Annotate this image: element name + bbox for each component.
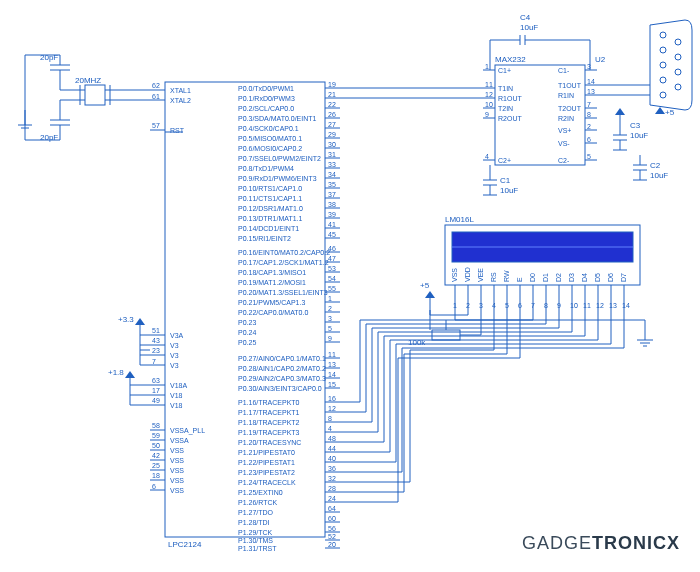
svg-text:38: 38 [328, 201, 336, 208]
svg-text:P1.24/TRACECLK: P1.24/TRACECLK [238, 479, 296, 486]
svg-text:45: 45 [328, 231, 336, 238]
svg-text:P0.16/EINT0/MAT0.2/CAP0.2: P0.16/EINT0/MAT0.2/CAP0.2 [238, 249, 330, 256]
svg-text:P1.31/TRST: P1.31/TRST [238, 545, 277, 552]
svg-text:13: 13 [328, 361, 336, 368]
svg-text:V18: V18 [170, 402, 183, 409]
svg-text:22: 22 [328, 101, 336, 108]
svg-text:100k: 100k [408, 338, 426, 347]
svg-text:C2-: C2- [558, 157, 570, 164]
svg-text:17: 17 [152, 387, 160, 394]
svg-text:P1.18/TRACEPKT2: P1.18/TRACEPKT2 [238, 419, 300, 426]
svg-text:63: 63 [152, 377, 160, 384]
svg-text:43: 43 [152, 337, 160, 344]
svg-text:30: 30 [328, 141, 336, 148]
svg-text:57: 57 [152, 122, 160, 129]
svg-text:P0.18/CAP1.3/MISO1: P0.18/CAP1.3/MISO1 [238, 269, 306, 276]
svg-text:10uF: 10uF [500, 186, 518, 195]
svg-text:P1.30/TMS: P1.30/TMS [238, 537, 273, 544]
svg-text:14: 14 [622, 302, 630, 309]
svg-text:41: 41 [328, 221, 336, 228]
svg-text:P0.28/AIN1/CAP0.2/MAT0.2: P0.28/AIN1/CAP0.2/MAT0.2 [238, 365, 326, 372]
svg-text:5: 5 [587, 153, 591, 160]
svg-text:27: 27 [328, 121, 336, 128]
svg-text:RS: RS [490, 272, 497, 282]
svg-text:C4: C4 [520, 13, 531, 22]
svg-text:36: 36 [328, 465, 336, 472]
svg-text:P0.0/TxD0/PWM1: P0.0/TxD0/PWM1 [238, 85, 294, 92]
svg-text:20: 20 [328, 541, 336, 548]
svg-text:VSS: VSS [170, 457, 184, 464]
svg-marker-223 [125, 371, 135, 378]
max232-ref: U2 [595, 55, 606, 64]
svg-text:VS+: VS+ [558, 127, 571, 134]
svg-text:48: 48 [328, 435, 336, 442]
svg-text:R1OUT: R1OUT [498, 95, 522, 102]
svg-text:VSS: VSS [170, 467, 184, 474]
svg-text:P1.16/TRACEPKT0: P1.16/TRACEPKT0 [238, 399, 300, 406]
svg-text:10: 10 [570, 302, 578, 309]
svg-text:52: 52 [328, 533, 336, 540]
svg-text:10: 10 [485, 101, 493, 108]
svg-text:34: 34 [328, 171, 336, 178]
svg-text:11: 11 [583, 302, 591, 309]
svg-text:60: 60 [328, 515, 336, 522]
svg-text:P1.21/PIPESTAT0: P1.21/PIPESTAT0 [238, 449, 295, 456]
svg-text:16: 16 [328, 395, 336, 402]
svg-text:C1: C1 [500, 176, 511, 185]
svg-text:P0.6/MOSI0/CAP0.2: P0.6/MOSI0/CAP0.2 [238, 145, 302, 152]
svg-text:T2IN: T2IN [498, 105, 513, 112]
svg-text:50: 50 [152, 442, 160, 449]
svg-text:RST: RST [170, 127, 185, 134]
svg-text:P0.14/DCD1/EINT1: P0.14/DCD1/EINT1 [238, 225, 299, 232]
svg-text:53: 53 [328, 265, 336, 272]
svg-text:1: 1 [485, 63, 489, 70]
svg-text:47: 47 [328, 255, 336, 262]
svg-text:+5: +5 [665, 108, 675, 117]
svg-text:VSS: VSS [170, 477, 184, 484]
svg-text:18: 18 [152, 472, 160, 479]
cap-c3: C3 10uF [613, 108, 648, 150]
svg-text:20pF: 20pF [40, 133, 58, 142]
lcd-data-bus [340, 300, 645, 502]
svg-marker-215 [135, 318, 145, 325]
svg-text:V18: V18 [170, 392, 183, 399]
svg-text:T1OUT: T1OUT [558, 82, 582, 89]
svg-text:54: 54 [328, 275, 336, 282]
svg-text:35: 35 [328, 181, 336, 188]
svg-marker-311 [655, 107, 665, 114]
svg-text:49: 49 [152, 397, 160, 404]
svg-text:11: 11 [485, 81, 493, 88]
svg-text:4: 4 [485, 153, 489, 160]
svg-text:8: 8 [587, 111, 591, 118]
svg-text:P1.19/TRACEPKT3: P1.19/TRACEPKT3 [238, 429, 300, 436]
svg-text:10uF: 10uF [520, 23, 538, 32]
svg-text:RW: RW [503, 270, 510, 282]
supply-5v-lcd: +5 [420, 281, 435, 310]
svg-text:P0.5/MISO0/MAT0.1: P0.5/MISO0/MAT0.1 [238, 135, 302, 142]
svg-text:VSSA: VSSA [170, 437, 189, 444]
svg-text:9: 9 [485, 111, 489, 118]
svg-text:3: 3 [328, 315, 332, 322]
svg-text:8: 8 [328, 415, 332, 422]
svg-text:59: 59 [152, 432, 160, 439]
lcd-module: LM016L VSS1VDD2VEE3RS4RW5E6D07D18D29D310… [445, 215, 640, 309]
svg-text:56: 56 [328, 525, 336, 532]
svg-text:44: 44 [328, 445, 336, 452]
svg-text:P0.2/SCL/CAP0.0: P0.2/SCL/CAP0.0 [238, 105, 294, 112]
svg-text:P0.1/RxD0/PWM3: P0.1/RxD0/PWM3 [238, 95, 295, 102]
lcd-ground [637, 320, 653, 346]
svg-text:13: 13 [609, 302, 617, 309]
svg-text:C2+: C2+ [498, 157, 511, 164]
svg-text:D2: D2 [555, 273, 562, 282]
cap-c1: C1 10uF [483, 165, 518, 195]
svg-text:+5: +5 [420, 281, 430, 290]
svg-text:V3: V3 [170, 362, 179, 369]
svg-text:P0.25: P0.25 [238, 339, 256, 346]
svg-marker-363 [425, 291, 435, 298]
svg-text:10uF: 10uF [650, 171, 668, 180]
svg-text:P1.27/TDO: P1.27/TDO [238, 509, 274, 516]
svg-text:R1IN: R1IN [558, 92, 574, 99]
svg-text:C1-: C1- [558, 67, 570, 74]
supply-1v8: +1.8 [108, 368, 150, 405]
svg-text:55: 55 [328, 285, 336, 292]
